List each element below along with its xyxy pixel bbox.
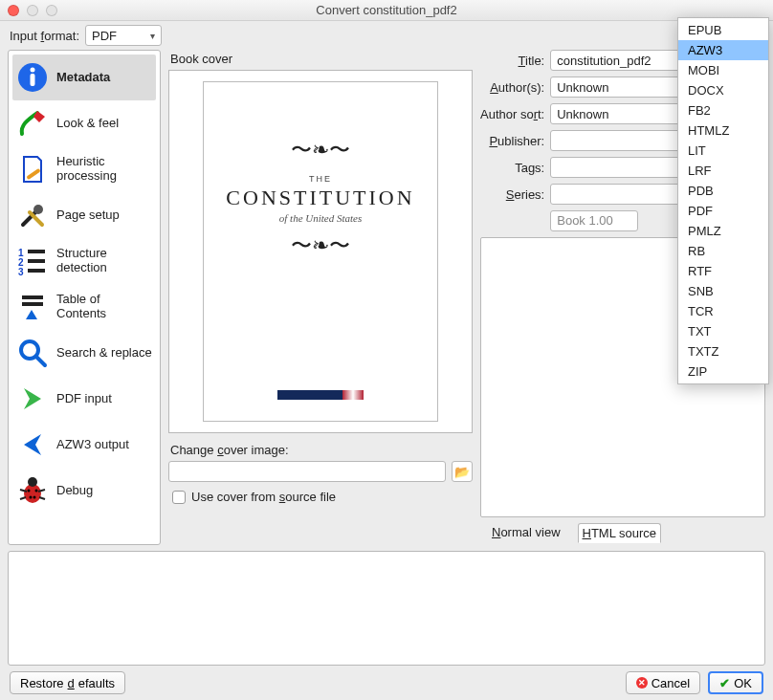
arrow-left-blue-icon (16, 428, 49, 461)
sidebar-item-heuristic[interactable]: Heuristic processing (12, 146, 156, 192)
title-label: Title: (480, 50, 544, 71)
sidebar-item-label: Table of Contents (56, 293, 152, 321)
dropdown-option[interactable]: EPUB (678, 20, 768, 40)
sidebar-item-search-replace[interactable]: Search & replace (12, 330, 156, 376)
sidebar-item-label: Debug (56, 484, 93, 498)
dropdown-option[interactable]: MOBI (678, 60, 768, 80)
svg-point-1 (31, 68, 35, 73)
svg-line-14 (36, 357, 45, 365)
sidebar-item-look-feel[interactable]: Look & feel (12, 100, 156, 146)
dropdown-option[interactable]: TXT (678, 321, 768, 341)
svg-line-19 (20, 497, 26, 499)
series-index-stepper[interactable]: Book 1.00 (550, 210, 638, 231)
input-format-label: Input format: (10, 29, 79, 43)
svg-line-20 (39, 497, 45, 499)
series-label: Series: (480, 184, 544, 205)
cover-title: CONSTITUTION (226, 186, 414, 210)
numbered-list-icon: 123 (16, 245, 49, 277)
cover-subtitle: of the United States (279, 212, 362, 224)
flourish-icon: 〜❧〜 (291, 231, 350, 260)
sidebar-item-label: PDF input (56, 392, 112, 406)
window-title: Convert constitution_pdf2 (0, 3, 773, 17)
section-list[interactable]: Metadata Look & feel Heuristic processin… (8, 50, 161, 545)
svg-rect-10 (28, 269, 45, 273)
sidebar-item-label: Search & replace (56, 346, 152, 361)
cover-overline: THE (309, 174, 332, 184)
svg-rect-11 (22, 295, 43, 299)
change-cover-label: Change cover image: (170, 443, 473, 457)
sidebar-item-label: Page setup (56, 208, 120, 223)
checkbox-icon[interactable] (172, 491, 186, 504)
svg-point-21 (28, 490, 31, 492)
flourish-icon: 〜❧〜 (291, 136, 350, 164)
svg-rect-2 (31, 74, 35, 86)
info-icon (16, 61, 49, 94)
svg-point-23 (30, 496, 33, 499)
dropdown-option[interactable]: PDB (678, 181, 768, 201)
dropdown-option[interactable]: TXTZ (678, 341, 768, 361)
input-format-value: PDF (92, 29, 117, 43)
dropdown-option[interactable]: ZIP (678, 361, 768, 382)
restore-defaults-button[interactable]: Restore defaults (10, 671, 125, 694)
tags-label: Tags: (480, 157, 544, 178)
use-cover-label: Use cover from source file (191, 490, 336, 504)
tab-normal-view[interactable]: Normal view (488, 523, 564, 543)
svg-rect-8 (28, 250, 45, 253)
sidebar-item-structure[interactable]: 123 Structure detection (12, 238, 156, 284)
sidebar-item-page-setup[interactable]: Page setup (12, 192, 156, 238)
use-cover-checkbox-row[interactable]: Use cover from source file (172, 490, 473, 504)
ok-button[interactable]: ✔ OK (708, 671, 763, 694)
sidebar-item-label: AZW3 output (56, 438, 129, 452)
cover-image: 〜❧〜 THE CONSTITUTION of the United State… (203, 81, 438, 422)
sidebar-item-label: Metadata (56, 71, 110, 85)
folder-open-icon: 📂 (454, 465, 470, 479)
publisher-label: Publisher: (480, 130, 544, 151)
dropdown-option[interactable]: HTMLZ (678, 120, 768, 141)
cancel-icon: ✕ (636, 677, 648, 689)
check-icon: ✔ (719, 676, 730, 690)
dropdown-option[interactable]: LRF (678, 161, 768, 181)
sidebar-item-pdf-input[interactable]: PDF input (12, 376, 156, 422)
paintbrush-icon (16, 107, 49, 140)
dropdown-option[interactable]: LIT (678, 141, 768, 161)
sidebar-item-azw3-output[interactable]: AZW3 output (12, 422, 156, 468)
bug-icon (16, 474, 49, 507)
dropdown-option[interactable]: TCR (678, 301, 768, 321)
dropdown-option[interactable]: FB2 (678, 100, 768, 120)
dropdown-option[interactable]: AZW3 (678, 40, 768, 60)
cancel-button[interactable]: ✕ Cancel (626, 671, 700, 694)
svg-point-22 (35, 490, 38, 492)
book-cover-label: Book cover (170, 52, 473, 66)
cover-file-input[interactable] (168, 461, 446, 482)
bottom-bar: Restore defaults ✕ Cancel ✔ OK (0, 666, 773, 700)
svg-point-16 (28, 477, 37, 487)
sidebar-item-label: Look & feel (56, 117, 119, 131)
input-format-combo[interactable]: PDF ▾ (85, 25, 162, 46)
output-format-dropdown[interactable]: EPUBAZW3MOBIDOCXFB2HTMLZLITLRFPDBPDFPMLZ… (677, 17, 769, 384)
svg-text:3: 3 (18, 267, 24, 277)
sidebar-item-toc[interactable]: Table of Contents (12, 284, 156, 330)
dropdown-option[interactable]: PDF (678, 201, 768, 221)
tab-html-source[interactable]: HTML source (578, 523, 662, 543)
toc-hand-icon (16, 291, 49, 323)
format-row: Input format: PDF ▾ Output format: (0, 21, 773, 50)
titlebar: Convert constitution_pdf2 (0, 0, 773, 21)
sidebar-item-label: Heuristic processing (56, 155, 152, 184)
svg-point-4 (33, 205, 43, 214)
dropdown-option[interactable]: SNB (678, 281, 768, 301)
dropdown-option[interactable]: PMLZ (678, 221, 768, 241)
sidebar-item-debug[interactable]: Debug (12, 468, 156, 514)
dropdown-option[interactable]: DOCX (678, 80, 768, 100)
author-sort-label: Author sort: (480, 103, 544, 124)
dropdown-option[interactable]: RTF (678, 261, 768, 281)
open-file-button[interactable]: 📂 (452, 461, 473, 482)
document-wand-icon (16, 153, 49, 186)
log-area[interactable] (8, 551, 765, 666)
sidebar-item-metadata[interactable]: Metadata (12, 55, 156, 100)
chevron-down-icon: ▾ (150, 31, 155, 41)
preview-tabs: Normal view HTML source (480, 521, 765, 545)
arrow-right-green-icon (16, 383, 49, 415)
cover-badge-icon (277, 390, 364, 400)
svg-rect-12 (22, 302, 43, 306)
dropdown-option[interactable]: RB (678, 241, 768, 261)
